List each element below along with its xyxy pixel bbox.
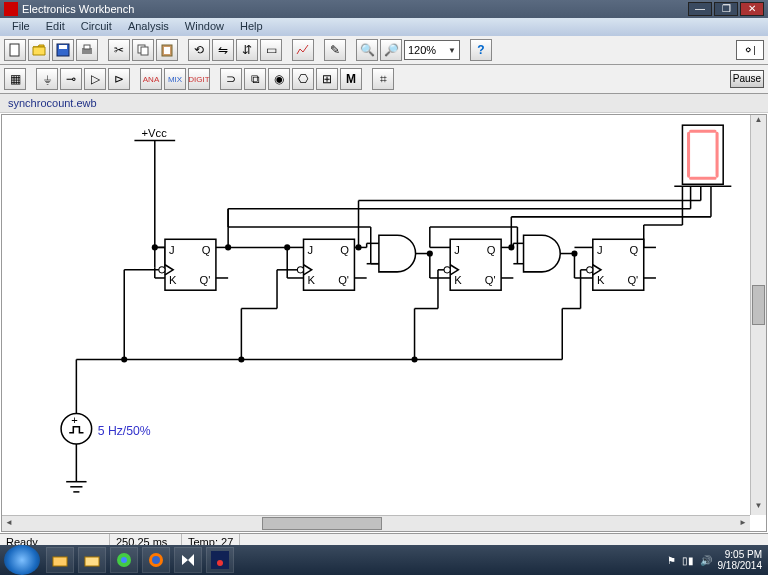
file-tab[interactable]: synchrocount.ewb (0, 94, 768, 113)
sources-icon[interactable]: ⏚ (36, 68, 58, 90)
svg-point-67 (355, 244, 361, 250)
svg-text:Q: Q (629, 244, 638, 256)
open-icon[interactable] (28, 39, 50, 61)
toolbar-parts: ▦ ⏚ ⊸ ▷ ⊳ ANA MIX DIGIT ⊃ ⧉ ◉ ⎔ ⊞ M ⌗ Pa… (0, 65, 768, 94)
diodes-icon[interactable]: ▷ (84, 68, 106, 90)
svg-point-81 (444, 267, 450, 273)
tray-flag-icon[interactable]: ⚑ (667, 555, 676, 566)
zoom-out-icon[interactable]: 🔍 (356, 39, 378, 61)
app-title: Electronics Workbench (22, 3, 688, 15)
svg-text:K: K (308, 274, 316, 286)
canvas[interactable]: +Vcc + 5 Hz/50% J K Q Q' (1, 114, 767, 532)
toolbar-main: ✂ ⟲ ⇋ ⇵ ▭ ✎ 🔍 🔎 120% ? ⭘| (0, 36, 768, 65)
cut-icon[interactable]: ✂ (108, 39, 130, 61)
misc2-icon[interactable]: ⌗ (372, 68, 394, 90)
svg-rect-119 (85, 557, 99, 566)
svg-text:K: K (169, 274, 177, 286)
scrollbar-horizontal[interactable]: ◄► (2, 515, 750, 531)
menu-circuit[interactable]: Circuit (73, 18, 120, 36)
svg-rect-2 (59, 45, 67, 49)
tray-time: 9:05 PM (718, 549, 763, 560)
svg-text:Q: Q (340, 244, 349, 256)
task-chrome[interactable] (110, 547, 138, 573)
task-explorer[interactable] (46, 547, 74, 573)
svg-point-39 (159, 267, 165, 273)
svg-point-65 (284, 244, 290, 250)
svg-rect-8 (164, 47, 170, 54)
zoom-in-icon[interactable]: 🔎 (380, 39, 402, 61)
svg-text:Q': Q' (338, 274, 349, 286)
properties-icon[interactable]: ✎ (324, 39, 346, 61)
minimize-button[interactable]: — (688, 2, 712, 16)
svg-text:Q': Q' (627, 274, 638, 286)
zoom-select[interactable]: 120% (404, 40, 460, 60)
new-icon[interactable] (4, 39, 26, 61)
svg-rect-4 (84, 45, 90, 49)
svg-point-106 (587, 267, 593, 273)
close-button[interactable]: ✕ (740, 2, 764, 16)
system-tray[interactable]: ⚑ ▯▮ 🔊 9:05 PM 9/18/2014 (661, 549, 769, 571)
graph-icon[interactable] (292, 39, 314, 61)
menu-file[interactable]: File (4, 18, 38, 36)
svg-point-125 (217, 560, 223, 566)
misc-icon[interactable]: ⊞ (316, 68, 338, 90)
clock-label: 5 Hz/50% (98, 424, 151, 438)
tray-network-icon[interactable]: ▯▮ (682, 555, 694, 566)
svg-point-116 (571, 250, 577, 256)
flip-v-icon[interactable]: ⇵ (236, 39, 258, 61)
subcircuit-icon[interactable]: ▭ (260, 39, 282, 61)
menu-help[interactable]: Help (232, 18, 271, 36)
jk-flipflop-2: J K Q Q' (241, 239, 366, 359)
task-files[interactable] (78, 547, 106, 573)
task-vs[interactable] (174, 547, 202, 573)
svg-text:J: J (454, 244, 460, 256)
gates-icon[interactable]: ⊃ (220, 68, 242, 90)
transistors-icon[interactable]: ⊳ (108, 68, 130, 90)
controls-icon[interactable]: ⎔ (292, 68, 314, 90)
rotate-icon[interactable]: ⟲ (188, 39, 210, 61)
tray-date: 9/18/2014 (718, 560, 763, 571)
svg-text:K: K (454, 274, 462, 286)
mixed-icon[interactable]: MIX (164, 68, 186, 90)
svg-rect-0 (10, 44, 19, 56)
favorites-icon[interactable]: ▦ (4, 68, 26, 90)
task-firefox[interactable] (142, 547, 170, 573)
vcc-label: +Vcc (142, 127, 168, 139)
taskbar: ⚑ ▯▮ 🔊 9:05 PM 9/18/2014 (0, 545, 768, 575)
paste-icon[interactable] (156, 39, 178, 61)
flip-h-icon[interactable]: ⇋ (212, 39, 234, 61)
pause-button[interactable]: Pause (730, 70, 764, 88)
svg-point-91 (427, 250, 433, 256)
menubar: File Edit Circuit Analysis Window Help (0, 18, 768, 36)
tray-volume-icon[interactable]: 🔊 (700, 555, 712, 566)
titlebar: Electronics Workbench — ❐ ✕ (0, 0, 768, 18)
power-switch[interactable]: ⭘| (736, 40, 764, 60)
digital-icon[interactable]: DIGIT (188, 68, 210, 90)
tray-clock[interactable]: 9:05 PM 9/18/2014 (718, 549, 763, 571)
start-button[interactable] (4, 545, 40, 575)
and-gate-1 (367, 235, 430, 272)
basic-icon[interactable]: ⊸ (60, 68, 82, 90)
indicators-icon[interactable]: ◉ (268, 68, 290, 90)
and-gate-2 (513, 235, 574, 272)
print-icon[interactable] (76, 39, 98, 61)
svg-text:J: J (308, 244, 314, 256)
analog-icon[interactable]: ANA (140, 68, 162, 90)
help-icon[interactable]: ? (470, 39, 492, 61)
instruments-icon[interactable]: M (340, 68, 362, 90)
ff-icon[interactable]: ⧉ (244, 68, 266, 90)
maximize-button[interactable]: ❐ (714, 2, 738, 16)
app-icon (4, 2, 18, 16)
save-icon[interactable] (52, 39, 74, 61)
svg-text:Q: Q (202, 244, 211, 256)
svg-text:K: K (597, 274, 605, 286)
scrollbar-vertical[interactable]: ▲▼ (750, 115, 766, 515)
jk-flipflop-1: J K Q Q' (124, 239, 228, 359)
copy-icon[interactable] (132, 39, 154, 61)
menu-edit[interactable]: Edit (38, 18, 73, 36)
task-ewb[interactable] (206, 547, 234, 573)
menu-analysis[interactable]: Analysis (120, 18, 177, 36)
svg-text:Q': Q' (485, 274, 496, 286)
menu-window[interactable]: Window (177, 18, 232, 36)
svg-text:Q: Q (487, 244, 496, 256)
